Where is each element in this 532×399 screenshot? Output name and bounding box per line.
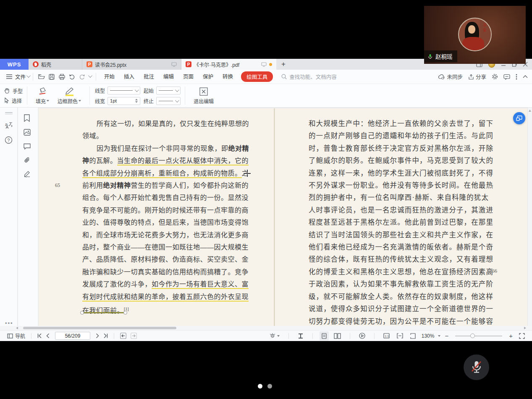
book-text-line: 和大规模生产中：他经济上一直依赖的父亲去世了，留下 <box>309 118 490 130</box>
signature-icon[interactable] <box>24 171 31 177</box>
tab-daoke[interactable]: 稻壳 <box>29 59 82 70</box>
more-commands-icon[interactable] <box>88 74 92 78</box>
fill-color-button[interactable]: 填充 <box>31 84 53 107</box>
two-page-view-button[interactable] <box>332 331 343 341</box>
bookmark-icon[interactable] <box>24 114 30 122</box>
draw-tools-tab[interactable]: 绘图工具 <box>241 71 273 82</box>
search-input[interactable]: 查找功能、文档内容 <box>281 73 337 81</box>
book-text-line: 各个组成部分分崩离析，重新组合，构成新的物质。之 <box>82 167 251 179</box>
exit-edit-button[interactable]: 退出编辑 <box>189 84 218 107</box>
pdf-file-icon: P <box>186 61 191 67</box>
image-icon[interactable] <box>24 129 31 136</box>
caret-down-icon <box>277 335 280 337</box>
zoom-slider[interactable] <box>455 336 502 336</box>
line-type-dropdown[interactable] <box>107 87 140 94</box>
step-down-icon[interactable] <box>135 101 138 103</box>
play-slideshow-button[interactable] <box>357 331 367 341</box>
fullscreen-button[interactable] <box>517 331 527 341</box>
collapse-ribbon-icon[interactable] <box>523 75 528 78</box>
annotation-handle-right[interactable] <box>123 311 127 315</box>
attachment-icon[interactable] <box>24 157 31 164</box>
zoom-in-button[interactable]: + <box>508 332 514 339</box>
nav-panel-icon <box>7 333 13 339</box>
zoom-level-value[interactable]: 130% <box>422 333 435 339</box>
zoom-slider-knob[interactable] <box>470 333 475 338</box>
menu-page[interactable]: 页面 <box>178 70 198 84</box>
select-tool-button[interactable]: 选择 <box>4 97 23 104</box>
tab-pdf-active[interactable]: P 《卡尔·马克思》.pdf <box>181 59 276 70</box>
mic-muted-icon <box>470 360 483 375</box>
file-menu[interactable]: 文件 <box>15 73 26 81</box>
hamburger-menu-icon[interactable] <box>4 72 14 82</box>
comment-bubble-icon[interactable] <box>503 74 510 80</box>
redo-icon[interactable] <box>77 72 87 82</box>
line-width-stepper[interactable]: 1pt <box>107 97 140 105</box>
history-forward-button[interactable] <box>128 331 139 341</box>
print-icon[interactable] <box>57 72 67 82</box>
menu-protect[interactable]: 保护 <box>198 70 218 84</box>
eye-protection-button[interactable] <box>267 331 282 341</box>
open-file-icon[interactable] <box>37 72 47 82</box>
sync-status[interactable]: 未同步 <box>438 73 463 81</box>
line-end-dropdown[interactable] <box>156 97 181 105</box>
save-icon[interactable] <box>47 72 57 82</box>
vertical-scrollbar[interactable] <box>527 108 532 326</box>
book-text-line: 的一点财产刚够自己的遗孀和年幼的孩子们生活。与此同 <box>309 130 490 142</box>
menu-convert[interactable]: 转换 <box>218 70 238 84</box>
first-page-button[interactable] <box>35 331 44 341</box>
menu-edit[interactable]: 编辑 <box>159 70 178 84</box>
comment-icon[interactable] <box>24 143 31 150</box>
last-page-button[interactable] <box>101 331 110 341</box>
border-color-button[interactable]: 边框颜色 <box>53 84 85 107</box>
menu-insert[interactable]: 插入 <box>119 70 139 84</box>
pager-dot-active[interactable] <box>258 384 262 388</box>
line-start-dropdown[interactable] <box>156 87 181 94</box>
more-options-icon[interactable] <box>516 74 517 80</box>
scroll-up-arrow[interactable] <box>529 110 531 112</box>
zoom-dropdown-icon[interactable] <box>438 335 440 337</box>
settings-gear-icon[interactable] <box>492 74 498 80</box>
navigation-toggle[interactable]: 导航 <box>5 331 27 341</box>
share-button[interactable]: 分享 <box>468 73 486 81</box>
scroll-right-arrow[interactable] <box>524 327 526 329</box>
new-tab-button[interactable]: + <box>276 59 291 70</box>
mic-muted-button[interactable] <box>464 354 489 380</box>
scrollbar-thumb[interactable] <box>23 327 176 329</box>
hand-tool-button[interactable]: 手型 <box>4 87 23 94</box>
panel-drag-handle[interactable] <box>5 111 13 115</box>
history-back-button[interactable] <box>118 331 128 341</box>
tab-presentation[interactable]: P 读书会25.pptx <box>82 59 181 70</box>
next-page-button[interactable] <box>94 331 101 341</box>
fit-page-button[interactable] <box>408 331 418 341</box>
document-area: a ? ••• 所有这一切，如果是真的，仅只发生在纯粹思想的领域。因为我们是在探… <box>0 108 532 326</box>
tab-label: 稻壳 <box>41 61 51 68</box>
book-text-line: 切努力都变得徒劳无功，因为公平是不可能在一个能够容 <box>309 315 490 326</box>
video-call-overlay[interactable]: 平安 赵桐瑶 <box>424 6 526 64</box>
page-number-input[interactable]: 56/209 <box>55 332 90 340</box>
actual-size-button[interactable]: 1:1 <box>381 331 392 341</box>
translate-icon[interactable]: a <box>4 121 13 130</box>
extract-to-slides-button[interactable] <box>513 112 525 124</box>
svg-text:1:1: 1:1 <box>385 335 389 338</box>
wps-home-button[interactable]: WPS <box>0 59 29 70</box>
step-up-icon[interactable] <box>135 99 138 100</box>
pager-dot[interactable] <box>267 384 272 388</box>
overlay-pager-dots[interactable] <box>258 384 272 388</box>
zoom-out-button[interactable]: − <box>443 332 450 339</box>
menu-annotate[interactable]: 批注 <box>139 70 159 84</box>
book-text-line: 神的瓦解。当生命的最后一点火花从躯体中消失，它的 <box>82 155 251 167</box>
rail-more-icon[interactable]: ••• <box>5 320 13 326</box>
undo-icon[interactable] <box>67 72 77 82</box>
ppt-file-icon: P <box>86 61 92 67</box>
tab-label: 读书会25.pptx <box>95 61 126 68</box>
horizontal-scrollbar[interactable] <box>0 326 532 330</box>
scroll-left-arrow[interactable] <box>16 327 18 329</box>
fit-height-button[interactable] <box>296 331 306 341</box>
annotation-handle-left[interactable] <box>80 311 84 315</box>
single-page-view-button[interactable] <box>320 331 329 341</box>
prev-page-button[interactable] <box>44 331 52 341</box>
help-icon[interactable]: ? <box>5 136 13 144</box>
selected-line-annotation[interactable] <box>83 312 125 313</box>
fit-width-button[interactable] <box>395 331 405 341</box>
menu-start[interactable]: 开始 <box>100 70 119 84</box>
